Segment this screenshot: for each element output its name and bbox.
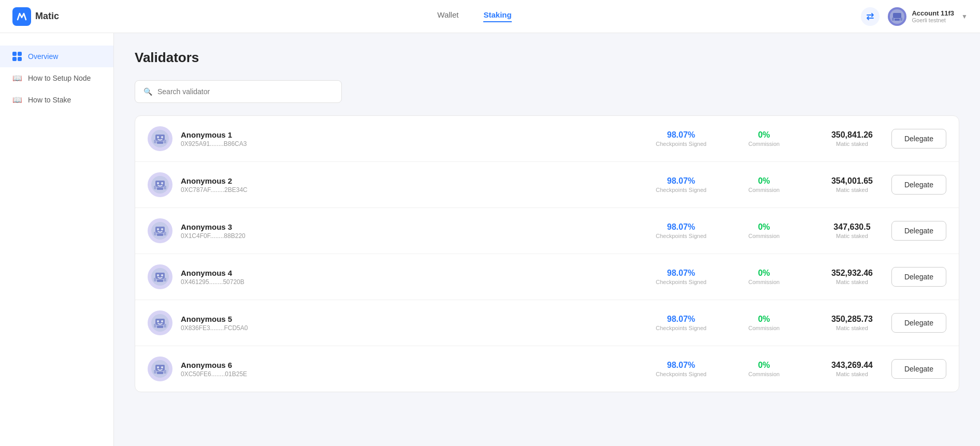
validator-row: Anonymous 4 0X461295........50720B 98.07… [135,254,959,300]
nav-wallet[interactable]: Wallet [437,10,458,22]
sidebar-item-how-to-stake[interactable]: 📖 How to Stake [0,89,113,111]
commission-stat: 0% Commission [738,361,790,377]
book-icon-stake: 📖 [12,95,22,105]
account-avatar [888,7,906,26]
checkpoints-stat: 98.07% Checkpoints Signed [655,315,707,331]
staked-value: 347,630.5 [821,222,883,232]
svg-rect-2 [893,13,901,18]
staked-label: Matic staked [821,141,883,147]
svg-point-18 [157,182,159,184]
delegate-button[interactable]: Delegate [891,129,946,148]
staked-stat: 350,841.26 Matic staked [821,130,883,147]
transfer-icon [865,11,875,22]
validator-name: Anonymous 1 [181,130,647,139]
validator-info: Anonymous 5 0X836FE3........FCD5A0 [181,315,647,332]
validator-address: 0X925A91........B86CA3 [181,140,647,147]
staked-stat: 343,269.44 Matic staked [821,361,883,377]
checkpoints-value: 98.07% [655,176,707,186]
search-icon: 🔍 [143,87,152,96]
validator-name: Anonymous 2 [181,176,647,185]
delegate-button[interactable]: Delegate [891,359,946,379]
svg-point-40 [161,320,163,322]
commission-value: 0% [738,176,790,186]
validator-name: Anonymous 3 [181,222,647,231]
checkpoints-stat: 98.07% Checkpoints Signed [655,361,707,377]
validator-avatar-icon [151,314,169,332]
transfer-button[interactable] [861,7,880,26]
validator-stats: 98.07% Checkpoints Signed 0% Commission … [655,315,883,331]
svg-point-46 [157,366,159,368]
delegate-button[interactable]: Delegate [891,267,946,287]
commission-stat: 0% Commission [738,176,790,193]
staked-label: Matic staked [821,233,883,239]
validator-avatar [148,218,172,243]
delegate-button[interactable]: Delegate [891,221,946,241]
checkpoints-stat: 98.07% Checkpoints Signed [655,222,707,239]
staked-value: 354,001.65 [821,176,883,186]
commission-stat: 0% Commission [738,130,790,147]
validator-row: Anonymous 6 0XC50FE6........01B25E 98.07… [135,346,959,392]
page-title: Validators [135,50,959,66]
svg-rect-24 [164,232,166,235]
commission-value: 0% [738,269,790,278]
validator-row: Anonymous 5 0X836FE3........FCD5A0 98.07… [135,300,959,346]
commission-value: 0% [738,361,790,370]
main-nav: Wallet Staking [116,10,833,22]
staked-value: 350,841.26 [821,130,883,140]
svg-rect-8 [157,141,163,144]
commission-label: Commission [738,325,790,331]
validator-avatar [148,310,172,335]
staked-label: Matic staked [821,371,883,377]
validator-info: Anonymous 3 0X1C4F0F........88B220 [181,222,647,240]
validator-stats: 98.07% Checkpoints Signed 0% Commission … [655,222,883,239]
svg-point-39 [157,320,159,322]
validator-avatar-icon [151,130,169,147]
checkpoints-label: Checkpoints Signed [655,233,707,239]
sidebar-item-overview[interactable]: Overview [0,46,113,67]
svg-rect-22 [157,233,163,236]
checkpoints-value: 98.07% [655,361,707,370]
delegate-button[interactable]: Delegate [891,313,946,333]
commission-stat: 0% Commission [738,269,790,285]
commission-label: Commission [738,187,790,193]
nav-staking[interactable]: Staking [483,10,511,22]
validator-name: Anonymous 4 [181,269,647,277]
svg-rect-29 [157,279,163,282]
validator-stats: 98.07% Checkpoints Signed 0% Commission … [655,361,883,377]
checkpoints-label: Checkpoints Signed [655,279,707,285]
validator-address: 0X461295........50720B [181,278,647,286]
validator-avatar [148,264,172,289]
validator-avatar-icon [151,176,169,194]
account-dropdown[interactable]: Account 11f3 Goerli testnet ▼ [888,7,968,26]
checkpoints-label: Checkpoints Signed [655,371,707,377]
validator-name: Anonymous 6 [181,361,647,369]
book-icon-setup: 📖 [12,73,22,83]
sidebar-item-setup-node[interactable]: 📖 How to Setup Node [0,67,113,89]
staked-stat: 354,001.65 Matic staked [821,176,883,193]
layout: Overview 📖 How to Setup Node 📖 How to St… [0,33,980,446]
validator-address: 0XC50FE6........01B25E [181,370,647,378]
staked-value: 352,932.46 [821,269,883,278]
account-avatar-icon [890,9,904,24]
validator-info: Anonymous 6 0XC50FE6........01B25E [181,361,647,378]
staked-stat: 352,932.46 Matic staked [821,269,883,285]
commission-label: Commission [738,371,790,377]
sidebar-label-setup-node: How to Setup Node [28,74,91,82]
svg-rect-17 [164,186,166,189]
validators-list: Anonymous 1 0X925A91........B86CA3 98.07… [135,115,959,392]
svg-point-33 [161,274,163,276]
staked-label: Matic staked [821,325,883,331]
header-right: Account 11f3 Goerli testnet ▼ [833,7,968,26]
checkpoints-value: 98.07% [655,315,707,324]
delegate-button[interactable]: Delegate [891,175,946,195]
validator-stats: 98.07% Checkpoints Signed 0% Commission … [655,269,883,285]
svg-rect-4 [892,18,894,21]
search-input[interactable] [157,87,333,96]
logo-text: Matic [35,11,59,22]
account-name: Account 11f3 [912,9,954,17]
validator-row: Anonymous 2 0XC787AF........2BE34C 98.07… [135,162,959,208]
svg-rect-9 [154,140,156,143]
validator-info: Anonymous 2 0XC787AF........2BE34C [181,176,647,194]
commission-stat: 0% Commission [738,222,790,239]
grid-icon [12,52,22,61]
